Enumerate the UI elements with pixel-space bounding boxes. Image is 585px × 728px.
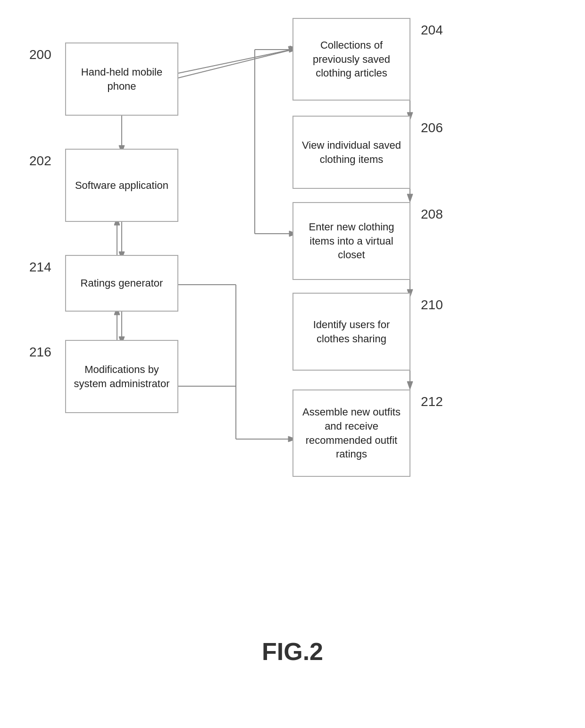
- node-216-text: Modifications by system administrator: [71, 363, 173, 390]
- label-208: 208: [421, 207, 443, 222]
- node-212-text: Assemble new outfits and receive recomme…: [298, 405, 405, 461]
- node-206-text: View individual saved clothing items: [298, 138, 405, 166]
- svg-line-12: [178, 50, 292, 73]
- node-200: Hand-held mobile phone: [65, 42, 178, 116]
- label-216: 216: [29, 345, 51, 360]
- node-208: Enter new clothing items into a virtual …: [292, 202, 410, 280]
- node-204: Collections of previously saved clothing…: [292, 18, 410, 101]
- node-208-text: Enter new clothing items into a virtual …: [298, 220, 405, 262]
- svg-line-10: [178, 50, 292, 78]
- label-214: 214: [29, 260, 51, 275]
- node-212: Assemble new outfits and receive recomme…: [292, 389, 410, 477]
- node-214: Ratings generator: [65, 255, 178, 312]
- diagram: Hand-held mobile phone 200 Software appl…: [0, 0, 585, 728]
- label-200: 200: [29, 47, 51, 62]
- node-216: Modifications by system administrator: [65, 340, 178, 413]
- node-202-text: Software application: [75, 178, 168, 193]
- node-214-text: Ratings generator: [81, 276, 163, 290]
- node-200-text: Hand-held mobile phone: [71, 65, 173, 93]
- svg-marker-24: [407, 381, 413, 389]
- label-204: 204: [421, 23, 443, 38]
- label-206: 206: [421, 120, 443, 135]
- node-202: Software application: [65, 149, 178, 222]
- node-206: View individual saved clothing items: [292, 116, 410, 189]
- label-202: 202: [29, 153, 51, 169]
- node-210-text: Identify users for clothes sharing: [298, 318, 405, 346]
- figure-label: FIG.2: [217, 637, 368, 666]
- svg-marker-20: [407, 194, 413, 202]
- node-204-text: Collections of previously saved clothing…: [298, 38, 405, 80]
- node-210: Identify users for clothes sharing: [292, 293, 410, 371]
- label-212: 212: [421, 394, 443, 409]
- label-210: 210: [421, 297, 443, 313]
